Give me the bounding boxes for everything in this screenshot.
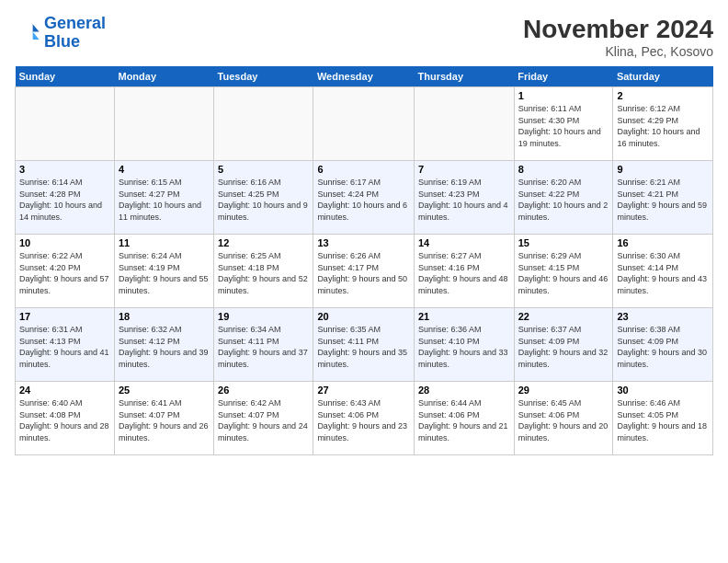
day-number: 27 (317, 385, 410, 396)
day-detail: Sunrise: 6:16 AMSunset: 4:25 PMDaylight:… (218, 177, 309, 223)
day-number: 24 (19, 385, 110, 396)
day-detail: Sunrise: 6:46 AMSunset: 4:05 PMDaylight:… (617, 397, 709, 443)
calendar-cell: 27Sunrise: 6:43 AMSunset: 4:06 PMDayligh… (313, 382, 415, 455)
day-number: 6 (317, 164, 410, 175)
day-detail: Sunrise: 6:40 AMSunset: 4:08 PMDaylight:… (19, 397, 110, 443)
calendar-cell: 1Sunrise: 6:11 AMSunset: 4:30 PMDaylight… (514, 87, 613, 161)
day-number: 9 (617, 164, 709, 175)
calendar-cell: 16Sunrise: 6:30 AMSunset: 4:14 PMDayligh… (613, 235, 713, 308)
calendar-cell: 23Sunrise: 6:38 AMSunset: 4:09 PMDayligh… (613, 308, 713, 382)
day-number: 23 (617, 311, 709, 322)
day-detail: Sunrise: 6:37 AMSunset: 4:09 PMDaylight:… (518, 324, 609, 370)
day-number: 16 (617, 237, 709, 248)
day-number: 26 (218, 385, 309, 396)
calendar-week-0: 1Sunrise: 6:11 AMSunset: 4:30 PMDaylight… (16, 87, 713, 161)
day-detail: Sunrise: 6:30 AMSunset: 4:14 PMDaylight:… (617, 250, 709, 296)
day-detail: Sunrise: 6:19 AMSunset: 4:23 PMDaylight:… (418, 177, 510, 223)
calendar-cell: 20Sunrise: 6:35 AMSunset: 4:11 PMDayligh… (313, 308, 415, 382)
day-detail: Sunrise: 6:41 AMSunset: 4:07 PMDaylight:… (119, 397, 210, 443)
day-detail: Sunrise: 6:34 AMSunset: 4:11 PMDaylight:… (218, 324, 309, 370)
calendar-cell: 24Sunrise: 6:40 AMSunset: 4:08 PMDayligh… (16, 382, 115, 455)
day-detail: Sunrise: 6:11 AMSunset: 4:30 PMDaylight:… (518, 103, 609, 149)
day-number: 17 (19, 311, 110, 322)
col-tuesday: Tuesday (214, 66, 313, 87)
calendar-cell: 15Sunrise: 6:29 AMSunset: 4:15 PMDayligh… (514, 235, 613, 308)
calendar-cell: 26Sunrise: 6:42 AMSunset: 4:07 PMDayligh… (214, 382, 313, 455)
day-detail: Sunrise: 6:15 AMSunset: 4:27 PMDaylight:… (119, 177, 210, 223)
day-detail: Sunrise: 6:24 AMSunset: 4:19 PMDaylight:… (119, 250, 210, 296)
logo-line1: General (44, 14, 106, 32)
calendar-cell: 8Sunrise: 6:20 AMSunset: 4:22 PMDaylight… (514, 161, 613, 235)
day-number: 22 (518, 311, 609, 322)
day-number: 11 (119, 237, 210, 248)
day-number: 15 (518, 237, 609, 248)
calendar-cell: 17Sunrise: 6:31 AMSunset: 4:13 PMDayligh… (16, 308, 115, 382)
logo-icon (15, 20, 40, 46)
day-number: 30 (617, 385, 709, 396)
day-detail: Sunrise: 6:44 AMSunset: 4:06 PMDaylight:… (418, 397, 510, 443)
day-number: 20 (317, 311, 410, 322)
calendar-cell: 10Sunrise: 6:22 AMSunset: 4:20 PMDayligh… (16, 235, 115, 308)
calendar-cell: 25Sunrise: 6:41 AMSunset: 4:07 PMDayligh… (114, 382, 213, 455)
day-number: 2 (617, 90, 709, 101)
calendar-cell: 18Sunrise: 6:32 AMSunset: 4:12 PMDayligh… (114, 308, 213, 382)
day-detail: Sunrise: 6:45 AMSunset: 4:06 PMDaylight:… (518, 397, 609, 443)
day-detail: Sunrise: 6:32 AMSunset: 4:12 PMDaylight:… (119, 324, 210, 370)
day-number: 21 (418, 311, 510, 322)
day-number: 29 (518, 385, 609, 396)
col-wednesday: Wednesday (313, 66, 415, 87)
calendar-week-3: 17Sunrise: 6:31 AMSunset: 4:13 PMDayligh… (16, 308, 713, 382)
header: General Blue November 2024 Klina, Pec, K… (15, 15, 713, 59)
day-number: 4 (119, 164, 210, 175)
day-detail: Sunrise: 6:27 AMSunset: 4:16 PMDaylight:… (418, 250, 510, 296)
logo: General Blue (15, 15, 106, 52)
day-detail: Sunrise: 6:22 AMSunset: 4:20 PMDaylight:… (19, 250, 110, 296)
day-detail: Sunrise: 6:43 AMSunset: 4:06 PMDaylight:… (317, 397, 410, 443)
calendar-cell: 11Sunrise: 6:24 AMSunset: 4:19 PMDayligh… (114, 235, 213, 308)
calendar-cell (313, 87, 415, 161)
calendar-cell: 22Sunrise: 6:37 AMSunset: 4:09 PMDayligh… (514, 308, 613, 382)
calendar-week-1: 3Sunrise: 6:14 AMSunset: 4:28 PMDaylight… (16, 161, 713, 235)
day-detail: Sunrise: 6:38 AMSunset: 4:09 PMDaylight:… (617, 324, 709, 370)
day-number: 5 (218, 164, 309, 175)
main-title: November 2024 (523, 15, 713, 44)
day-number: 25 (119, 385, 210, 396)
title-block: November 2024 Klina, Pec, Kosovo (523, 15, 713, 59)
calendar-cell: 14Sunrise: 6:27 AMSunset: 4:16 PMDayligh… (414, 235, 514, 308)
calendar-cell: 13Sunrise: 6:26 AMSunset: 4:17 PMDayligh… (313, 235, 415, 308)
calendar-cell: 7Sunrise: 6:19 AMSunset: 4:23 PMDaylight… (414, 161, 514, 235)
calendar-cell: 3Sunrise: 6:14 AMSunset: 4:28 PMDaylight… (16, 161, 115, 235)
col-friday: Friday (514, 66, 613, 87)
col-sunday: Sunday (16, 66, 115, 87)
day-detail: Sunrise: 6:42 AMSunset: 4:07 PMDaylight:… (218, 397, 309, 443)
calendar-cell: 4Sunrise: 6:15 AMSunset: 4:27 PMDaylight… (114, 161, 213, 235)
calendar-cell (114, 87, 213, 161)
day-detail: Sunrise: 6:31 AMSunset: 4:13 PMDaylight:… (19, 324, 110, 370)
svg-marker-1 (33, 31, 40, 39)
day-detail: Sunrise: 6:35 AMSunset: 4:11 PMDaylight:… (317, 324, 410, 370)
col-thursday: Thursday (414, 66, 514, 87)
day-detail: Sunrise: 6:21 AMSunset: 4:21 PMDaylight:… (617, 177, 709, 223)
calendar-cell: 21Sunrise: 6:36 AMSunset: 4:10 PMDayligh… (414, 308, 514, 382)
day-detail: Sunrise: 6:12 AMSunset: 4:29 PMDaylight:… (617, 103, 709, 149)
day-detail: Sunrise: 6:26 AMSunset: 4:17 PMDaylight:… (317, 250, 410, 296)
day-number: 3 (19, 164, 110, 175)
col-monday: Monday (114, 66, 213, 87)
svg-marker-0 (33, 24, 40, 31)
calendar-table: Sunday Monday Tuesday Wednesday Thursday… (15, 66, 713, 455)
day-number: 13 (317, 237, 410, 248)
calendar-cell: 9Sunrise: 6:21 AMSunset: 4:21 PMDaylight… (613, 161, 713, 235)
day-number: 7 (418, 164, 510, 175)
calendar-week-2: 10Sunrise: 6:22 AMSunset: 4:20 PMDayligh… (16, 235, 713, 308)
day-detail: Sunrise: 6:17 AMSunset: 4:24 PMDaylight:… (317, 177, 410, 223)
day-detail: Sunrise: 6:14 AMSunset: 4:28 PMDaylight:… (19, 177, 110, 223)
day-number: 8 (518, 164, 609, 175)
day-detail: Sunrise: 6:20 AMSunset: 4:22 PMDaylight:… (518, 177, 609, 223)
sub-title: Klina, Pec, Kosovo (523, 44, 713, 59)
day-number: 18 (119, 311, 210, 322)
day-number: 12 (218, 237, 309, 248)
calendar-cell: 6Sunrise: 6:17 AMSunset: 4:24 PMDaylight… (313, 161, 415, 235)
calendar-cell (16, 87, 115, 161)
calendar-cell: 30Sunrise: 6:46 AMSunset: 4:05 PMDayligh… (613, 382, 713, 455)
calendar-cell: 29Sunrise: 6:45 AMSunset: 4:06 PMDayligh… (514, 382, 613, 455)
